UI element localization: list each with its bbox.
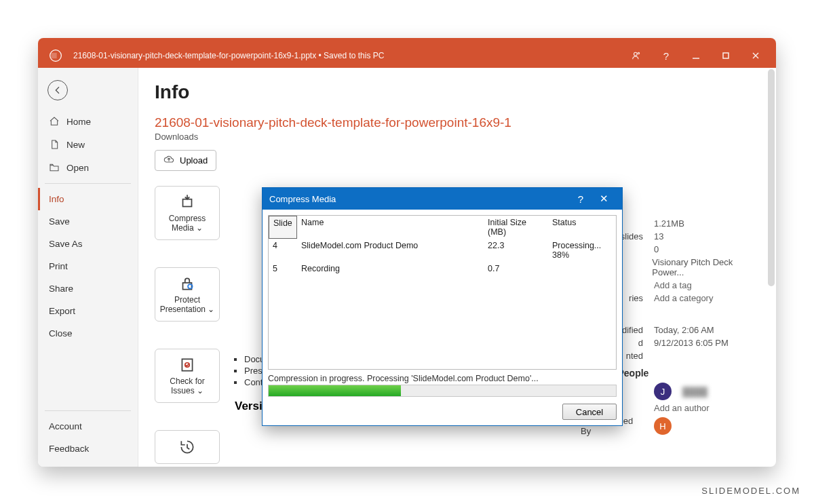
prop-created-value: 9/12/2013 6:05 PM xyxy=(654,338,729,348)
col-name[interactable]: Name xyxy=(297,216,484,239)
nav-separator-bottom xyxy=(45,410,131,411)
cell-status: Processing... 38% xyxy=(548,239,616,262)
protect-label: Protect Presentation ⌄ xyxy=(158,295,216,314)
nav-share[interactable]: Share xyxy=(38,277,138,300)
progress-fill xyxy=(269,385,401,396)
dialog-titlebar[interactable]: Compress Media ? ✕ xyxy=(263,188,622,210)
nav-separator xyxy=(45,183,131,184)
nav-share-label: Share xyxy=(49,284,73,294)
svg-point-3 xyxy=(638,52,639,54)
add-author-link[interactable]: Add an author xyxy=(654,403,710,413)
svg-rect-8 xyxy=(183,199,192,207)
col-status[interactable]: Status xyxy=(548,216,616,239)
svg-point-2 xyxy=(634,52,638,56)
nav-save[interactable]: Save xyxy=(38,210,138,233)
author-name-blurred: ████ xyxy=(682,387,708,397)
progress-bar xyxy=(268,385,617,397)
nav-feedback[interactable]: Feedback xyxy=(38,438,138,460)
dialog-close-button[interactable]: ✕ xyxy=(592,193,615,205)
nav-saveas-label: Save As xyxy=(49,239,83,249)
lastmod-avatar[interactable]: H xyxy=(654,417,672,435)
window-title: 21608-01-visionary-pitch-deck-template-f… xyxy=(73,51,384,60)
nav-info-label: Info xyxy=(49,194,64,204)
media-grid: Slide Name Initial Size (MB) Status 4 Sl… xyxy=(268,215,617,370)
cell-name: Recording xyxy=(297,262,484,275)
prop-title-value: Visionary Pitch Deck Power... xyxy=(652,257,764,277)
dialog-help-button[interactable]: ? xyxy=(569,193,592,205)
prop-modified-value: Today, 2:06 AM xyxy=(654,325,714,335)
nav-open[interactable]: Open xyxy=(38,156,138,179)
compress-icon xyxy=(178,193,196,211)
nav-export-label: Export xyxy=(49,306,75,316)
svg-rect-5 xyxy=(723,53,729,58)
author-avatar[interactable]: J xyxy=(654,383,672,400)
nav-export[interactable]: Export xyxy=(38,300,138,322)
maximize-button[interactable] xyxy=(711,43,741,68)
cell-size: 0.7 xyxy=(484,262,548,275)
cell-size: 22.3 xyxy=(484,239,548,262)
dialog-body: Slide Name Initial Size (MB) Status 4 Sl… xyxy=(263,210,622,425)
filename: 21608-01-visionary-pitch-deck-template-f… xyxy=(73,51,316,60)
nav-print[interactable]: Print xyxy=(38,255,138,277)
upload-button[interactable]: Upload xyxy=(155,150,216,171)
nav-account[interactable]: Account xyxy=(38,415,138,438)
compress-media-card[interactable]: Compress Media ⌄ xyxy=(155,186,220,240)
document-title: 21608-01-visionary-pitch-deck-template-f… xyxy=(155,115,762,130)
cancel-button[interactable]: Cancel xyxy=(562,404,617,420)
powerpoint-app-icon xyxy=(49,49,62,62)
upload-label: Upload xyxy=(180,155,208,166)
cloud-upload-icon xyxy=(163,154,174,167)
grid-row: 5 Recording 0.7 xyxy=(269,262,616,275)
nav-new-label: New xyxy=(66,140,85,150)
prop-slides-value: 13 xyxy=(654,231,663,241)
dialog-status-text: Compression in progress. Processing 'Sli… xyxy=(268,374,617,383)
check-for-issues-card[interactable]: Check for Issues ⌄ xyxy=(155,349,220,403)
version-history-card[interactable] xyxy=(155,430,220,464)
cell-slide: 4 xyxy=(269,239,297,262)
nav-close[interactable]: Close xyxy=(38,322,138,345)
nav-info[interactable]: Info xyxy=(38,188,138,210)
nav-close-label: Close xyxy=(49,328,73,338)
prop-tags-value[interactable]: Add a tag xyxy=(654,280,692,290)
compress-label: Compress Media ⌄ xyxy=(158,214,216,233)
prop-size-value: 1.21MB xyxy=(654,218,684,229)
titlebar-accent xyxy=(38,38,776,43)
protect-presentation-card[interactable]: Protect Presentation ⌄ xyxy=(155,267,220,322)
saved-status: Saved to this PC xyxy=(324,51,384,60)
scrollbar[interactable] xyxy=(768,69,775,286)
nav-print-label: Print xyxy=(49,261,68,271)
col-slide[interactable]: Slide xyxy=(269,216,297,239)
compress-media-dialog: Compress Media ? ✕ Slide Name Initial Si… xyxy=(262,187,623,426)
document-location: Downloads xyxy=(155,132,762,142)
nav-open-label: Open xyxy=(66,163,89,173)
titlebar: 21608-01-visionary-pitch-deck-template-f… xyxy=(38,43,776,68)
account-icon[interactable] xyxy=(621,43,651,68)
history-icon xyxy=(178,438,196,456)
col-size[interactable]: Initial Size (MB) xyxy=(484,216,548,239)
close-button[interactable] xyxy=(741,43,771,68)
grid-header: Slide Name Initial Size (MB) Status xyxy=(269,216,616,239)
nav-account-label: Account xyxy=(49,421,82,431)
prop-categories-value[interactable]: Add a category xyxy=(654,293,713,303)
nav-home-label: Home xyxy=(66,117,91,127)
powerpoint-backstage-window: 21608-01-visionary-pitch-deck-template-f… xyxy=(38,38,776,467)
help-icon[interactable]: ? xyxy=(651,43,681,68)
watermark: SLIDEMODEL.COM xyxy=(701,486,800,496)
lock-icon xyxy=(178,275,196,292)
new-icon xyxy=(49,139,60,150)
left-nav: Home New Open Info Save Save As Print Sh… xyxy=(38,68,138,467)
nav-new[interactable]: New xyxy=(38,133,138,156)
svg-rect-1 xyxy=(51,53,56,58)
prop-hidden-value: 0 xyxy=(654,244,659,254)
back-button[interactable] xyxy=(47,80,68,100)
page-title: Info xyxy=(155,81,762,103)
cell-status xyxy=(548,262,616,275)
nav-home[interactable]: Home xyxy=(38,110,138,133)
home-icon xyxy=(49,116,60,127)
dialog-title: Compress Media xyxy=(269,194,336,204)
cell-slide: 5 xyxy=(269,262,297,275)
cell-name: SlideModel.com Product Demo xyxy=(297,239,484,262)
nav-saveas[interactable]: Save As xyxy=(38,233,138,255)
minimize-button[interactable] xyxy=(681,43,711,68)
nav-feedback-label: Feedback xyxy=(49,444,89,454)
